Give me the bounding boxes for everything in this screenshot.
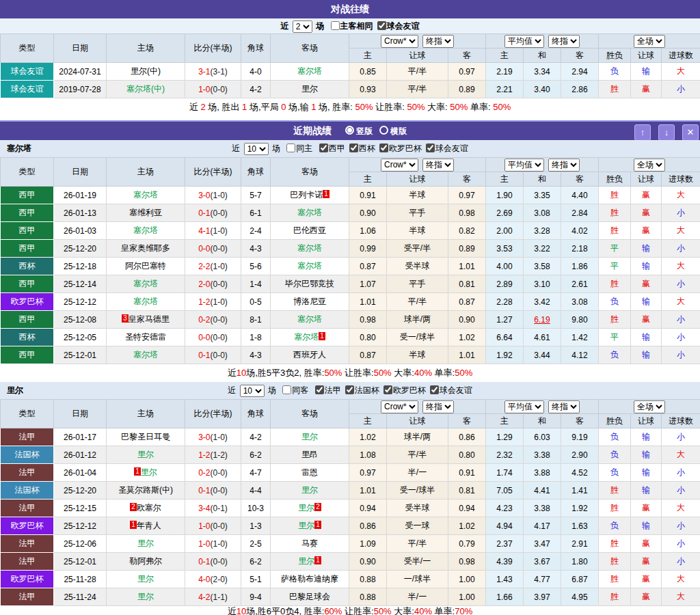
filter-checkbox-label[interactable]: 法国杯: [341, 385, 379, 395]
away-team-name[interactable]: 里尔: [301, 84, 318, 94]
home-team-name[interactable]: 里尔(中): [131, 66, 161, 76]
filter-checkbox[interactable]: [319, 144, 328, 152]
bookmaker-select[interactable]: Crow*: [381, 159, 418, 172]
home-team-name[interactable]: 圣特安德雷: [125, 332, 166, 342]
home-team-name[interactable]: 里尔: [137, 574, 154, 584]
away-team-name[interactable]: 里尔: [298, 503, 314, 512]
away-team-name[interactable]: 塞尔塔: [294, 332, 319, 342]
same-venue-checkbox-label[interactable]: 同主: [282, 144, 312, 153]
home-team-name[interactable]: 塞尔塔(中): [126, 84, 165, 94]
fulltime-select[interactable]: 全场: [634, 159, 665, 172]
away-team-name[interactable]: 西班牙人: [293, 350, 326, 359]
filter-checkbox[interactable]: [315, 385, 324, 394]
filter-checkbox-label[interactable]: 球会友谊: [373, 21, 420, 31]
score-link[interactable]: 2-2: [198, 262, 210, 271]
team2-near-count-select[interactable]: 10: [240, 385, 265, 397]
same-venue-checkbox-label[interactable]: 同客: [278, 385, 308, 395]
filter-checkbox[interactable]: [349, 144, 358, 152]
away-team-name[interactable]: 萨格勒布迪纳摩: [281, 574, 338, 584]
horizontal-layout-radio[interactable]: [379, 126, 388, 135]
final-odds-select[interactable]: 终指: [422, 400, 454, 413]
home-team-name[interactable]: 圣莫尔路斯(中): [118, 485, 173, 495]
move-up-button[interactable]: ↑: [634, 124, 651, 141]
home-team-name[interactable]: 塞尔塔: [133, 226, 158, 235]
filter-checkbox[interactable]: [331, 21, 340, 30]
filter-checkbox-label[interactable]: 西甲: [315, 144, 345, 153]
filter-checkbox[interactable]: [383, 385, 392, 394]
home-team-name[interactable]: 阿尔巴塞特: [125, 261, 166, 271]
home-team-name[interactable]: 里尔: [141, 467, 157, 477]
score-link[interactable]: 0-0: [198, 244, 210, 254]
score-link[interactable]: 1-0: [198, 85, 210, 94]
score-link[interactable]: 1-2: [198, 297, 210, 307]
score-link[interactable]: 2-0: [198, 279, 210, 289]
away-team-name[interactable]: 巴伦西亚: [293, 226, 326, 235]
home-team-name[interactable]: 欧塞尔: [137, 503, 161, 512]
final-odds-select[interactable]: 终指: [422, 35, 454, 48]
score-link[interactable]: 0-1: [198, 351, 210, 360]
bookmaker-select[interactable]: Crow*: [381, 400, 418, 413]
home-team-name[interactable]: 巴黎圣日耳曼: [121, 432, 170, 441]
away-team-name[interactable]: 马赛: [301, 538, 318, 548]
away-team-name[interactable]: 里尔: [298, 556, 314, 566]
filter-checkbox[interactable]: [426, 144, 435, 152]
away-team-name[interactable]: 里昂: [301, 450, 318, 459]
filter-checkbox-label[interactable]: 西杯: [345, 144, 375, 153]
filter-checkbox-label[interactable]: 欧罗巴杯: [379, 385, 426, 395]
away-team-name[interactable]: 里尔: [298, 521, 314, 530]
filter-checkbox[interactable]: [377, 21, 386, 30]
score-link[interactable]: 0-0: [198, 333, 210, 342]
score-link[interactable]: 3-4: [198, 504, 210, 513]
score-link[interactable]: 1-0: [198, 521, 210, 531]
final-odds-select[interactable]: 终指: [422, 159, 454, 172]
away-team-name[interactable]: 巴列卡诺: [290, 190, 323, 200]
horizontal-layout-label[interactable]: 横版: [390, 126, 407, 136]
h2h-near-count-select[interactable]: 2: [293, 20, 312, 33]
away-team-name[interactable]: 塞尔塔: [297, 208, 322, 217]
average-select[interactable]: 平均值: [504, 159, 544, 172]
away-team-name[interactable]: 巴黎足球会: [289, 592, 330, 601]
score-link[interactable]: 3-0: [198, 433, 210, 442]
filter-checkbox[interactable]: [430, 385, 439, 394]
filter-checkbox-label[interactable]: 欧罗巴杯: [375, 144, 422, 153]
away-team-name[interactable]: 毕尔巴鄂竞技: [285, 279, 334, 288]
final-odds-select-2[interactable]: 终指: [548, 400, 580, 413]
home-team-name[interactable]: 塞尔塔: [133, 297, 158, 306]
home-team-name[interactable]: 皇家马德里: [129, 314, 170, 324]
team1-near-count-select[interactable]: 10: [244, 143, 269, 155]
score-link[interactable]: 3-1: [198, 67, 210, 77]
away-team-name[interactable]: 里尔: [301, 485, 318, 495]
home-team-name[interactable]: 皇家奥维耶多: [121, 243, 170, 253]
score-link[interactable]: 0-1: [198, 208, 210, 218]
home-team-name[interactable]: 塞尔塔: [133, 350, 158, 359]
average-select[interactable]: 平均值: [504, 35, 544, 48]
filter-checkbox[interactable]: [345, 385, 354, 394]
bookmaker-select[interactable]: Crow*: [381, 35, 418, 48]
home-team-name[interactable]: 里尔: [137, 450, 154, 459]
home-team-name[interactable]: 里尔: [137, 538, 154, 548]
away-team-name[interactable]: 塞尔塔: [297, 243, 322, 253]
final-odds-select-2[interactable]: 终指: [548, 35, 580, 48]
away-team-name[interactable]: 塞尔塔: [297, 261, 322, 271]
score-link[interactable]: 4-0: [198, 575, 210, 584]
score-link[interactable]: 0-1: [198, 486, 210, 495]
filter-checkbox-label[interactable]: 主客相同: [327, 21, 373, 31]
same-venue-checkbox[interactable]: [286, 144, 295, 152]
score-link[interactable]: 1-0: [198, 539, 210, 549]
score-link[interactable]: 0-2: [198, 468, 210, 478]
away-team-name[interactable]: 塞尔塔: [297, 314, 322, 324]
same-venue-checkbox[interactable]: [282, 385, 291, 394]
away-team-name[interactable]: 博洛尼亚: [293, 297, 326, 306]
home-team-name[interactable]: 年青人: [137, 521, 161, 530]
away-team-name[interactable]: 里尔: [301, 432, 318, 441]
home-team-name[interactable]: 勒阿弗尔: [129, 556, 162, 566]
average-select[interactable]: 平均值: [504, 400, 544, 413]
move-down-button[interactable]: ↓: [658, 124, 675, 141]
score-link[interactable]: 4-2: [198, 592, 210, 602]
score-link[interactable]: 1-2: [198, 450, 210, 460]
home-team-name[interactable]: 塞维利亚: [129, 208, 162, 217]
score-link[interactable]: 4-1: [198, 226, 210, 236]
home-team-name[interactable]: 塞尔塔: [133, 190, 158, 200]
close-button[interactable]: ✕: [682, 124, 699, 141]
away-team-name[interactable]: 塞尔塔: [297, 66, 322, 76]
